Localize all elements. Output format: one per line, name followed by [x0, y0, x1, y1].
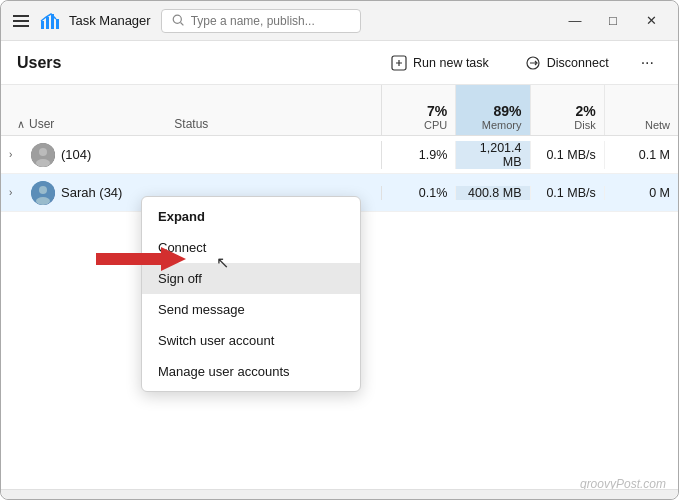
run-task-icon [391, 55, 407, 71]
context-item-manageaccounts[interactable]: Manage user accounts [142, 356, 360, 387]
disk-label: Disk [574, 119, 595, 131]
cell-disk-1: 0.1 MB/s [531, 186, 605, 200]
svg-point-11 [39, 148, 47, 156]
cell-memory-1: 400.8 MB [456, 186, 530, 200]
cell-net-0: 0.1 M [605, 141, 678, 169]
search-icon [172, 14, 185, 27]
disconnect-label: Disconnect [547, 56, 609, 70]
col-header-net: Netw [605, 85, 678, 135]
cell-memory-0: 1,201.4 MB [456, 141, 530, 169]
maximize-button[interactable]: □ [598, 6, 628, 36]
expand-arrow-0[interactable]: › [9, 149, 25, 160]
left-col-labels: User Status [29, 117, 208, 131]
svg-rect-0 [41, 21, 44, 29]
cpu-pct: 7% [427, 103, 447, 119]
title-bar-controls: — □ ✕ [560, 6, 666, 36]
avatar-0 [31, 143, 55, 167]
col-header-cpu: 7% CPU [382, 85, 456, 135]
search-bar[interactable] [161, 9, 361, 33]
cell-net-1: 0 M [605, 186, 678, 200]
cell-cpu-0: 1.9% [382, 141, 456, 169]
cursor: ↖ [216, 253, 229, 272]
cpu-label: CPU [424, 119, 447, 131]
user-name-0: (104) [61, 147, 91, 162]
cell-cpu-1: 0.1% [382, 186, 456, 200]
svg-rect-1 [46, 17, 49, 29]
col-header-disk: 2% Disk [531, 85, 605, 135]
context-item-expand[interactable]: Expand [142, 201, 360, 232]
context-item-sendmessage[interactable]: Send message [142, 294, 360, 325]
expand-arrow-1[interactable]: › [9, 187, 25, 198]
run-new-task-label: Run new task [413, 56, 489, 70]
minimize-button[interactable]: — [560, 6, 590, 36]
context-menu: Expand Connect Sign off Send message Swi… [141, 196, 361, 392]
table-row[interactable]: › (104) 1.9% 1,201.4 MB 0.1 MB/s 0.1 M [1, 136, 678, 174]
app-icon [39, 11, 59, 31]
col-headers-right: 7% CPU 89% Memory 2% Disk Netw [381, 85, 678, 135]
svg-point-4 [173, 15, 181, 23]
context-item-switchuser[interactable]: Switch user account [142, 325, 360, 356]
memory-label: Memory [482, 119, 522, 131]
avatar-1 [31, 181, 55, 205]
run-new-task-button[interactable]: Run new task [379, 50, 501, 76]
sort-arrow: ∧ [17, 118, 25, 131]
search-input[interactable] [191, 14, 341, 28]
more-options-button[interactable]: ··· [633, 49, 662, 77]
svg-marker-16 [96, 247, 186, 271]
net-label: Netw [645, 119, 670, 131]
memory-pct: 89% [493, 103, 521, 119]
toolbar: Users Run new task Disconnect ··· [1, 41, 678, 85]
col-header-memory: 89% Memory [456, 85, 530, 135]
title-bar-left: Task Manager [13, 9, 560, 33]
row-right-1: 0.1% 400.8 MB 0.1 MB/s 0 M [381, 186, 678, 200]
disconnect-button[interactable]: Disconnect [513, 50, 621, 76]
col-label-user: User [29, 117, 54, 131]
scrollbar[interactable] [1, 489, 678, 499]
page-title: Users [17, 54, 367, 72]
app-title: Task Manager [69, 13, 151, 28]
disconnect-icon [525, 55, 541, 71]
red-arrow [96, 245, 186, 276]
svg-line-5 [180, 23, 183, 26]
cell-disk-0: 0.1 MB/s [531, 141, 605, 169]
svg-rect-3 [56, 19, 59, 29]
title-bar: Task Manager — □ ✕ [1, 1, 678, 41]
row-right-0: 1.9% 1,201.4 MB 0.1 MB/s 0.1 M [381, 141, 678, 169]
col-header-left: ∧ User Status [1, 85, 381, 135]
user-name-1: Sarah (34) [61, 185, 122, 200]
col-label-status: Status [174, 117, 208, 131]
row-left-0: › (104) [1, 143, 381, 167]
hamburger-icon[interactable] [13, 15, 29, 27]
disk-pct: 2% [576, 103, 596, 119]
svg-point-14 [39, 186, 47, 194]
svg-point-15 [36, 197, 50, 205]
close-button[interactable]: ✕ [636, 6, 666, 36]
column-headers: ∧ User Status 7% CPU 89% Memory 2% Disk … [1, 85, 678, 136]
svg-point-12 [36, 159, 50, 167]
